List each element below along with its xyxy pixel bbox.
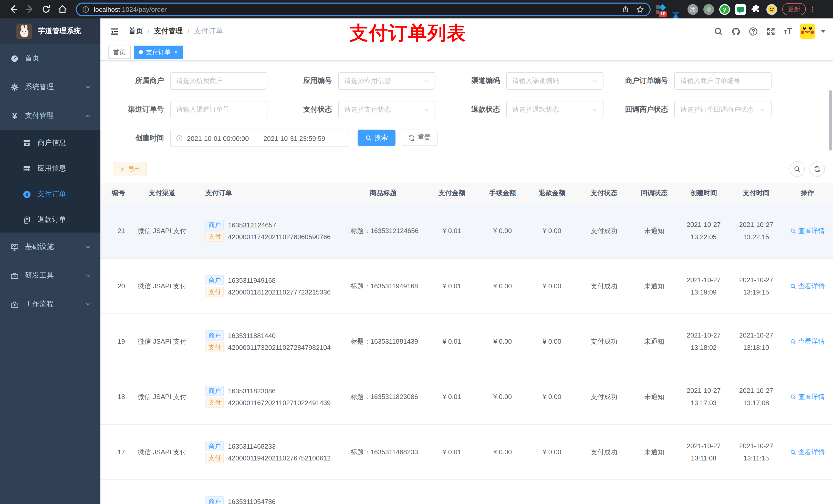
user-avatar[interactable] [800,24,815,39]
create-time-range-picker[interactable]: 2021-10-01 00:00:00 - 2021-10-31 23:59:5… [170,129,349,147]
sidebar-collapse-icon[interactable] [110,26,119,36]
url-bar[interactable]: localhost:1024/pay/order [76,2,651,16]
pay-channel: 微信 JSAPI 支付 [130,392,194,401]
row-actions: 查看详情 [782,337,833,346]
chevron-down-icon [424,107,429,113]
reload-icon[interactable] [41,4,51,14]
channel-pay-no: 4200001167202110271022491439 [228,399,331,406]
recorder-extension-icon[interactable] [704,4,714,15]
view-detail-link[interactable]: 查看详情 [790,337,825,346]
font-size-icon[interactable]: TT [784,27,792,36]
table-row[interactable]: 商户 1635311054786 支付 [100,480,833,504]
app-logo-row[interactable]: 芋道管理系统 [0,19,100,44]
breadcrumb-payment[interactable]: 支付管理 [154,27,183,36]
view-detail-link[interactable]: 查看详情 [790,226,825,235]
sidebar-item-infra[interactable]: 基础设施 [0,233,100,261]
merchant-input[interactable]: 请选择所属商户 [170,72,267,90]
toggle-search-icon[interactable] [789,161,805,177]
merchant-tag: 商户 [206,496,224,504]
sidebar-item-workflow[interactable]: 工作流程 [0,290,100,318]
github-icon[interactable] [731,26,741,36]
search-button[interactable]: 搜索 [358,129,396,146]
pay-time: 2021-10-27 13:22:15 [731,219,782,243]
tab-home[interactable]: 首页 [108,46,130,59]
share-icon[interactable] [621,5,629,13]
fee-amount: ¥ 0.00 [477,393,528,401]
table-row[interactable]: 19 微信 JSAPI 支付 商户 1635311881440 支付 42000… [100,314,833,369]
product-title: 标题：1635311468233 [340,448,426,457]
bookmark-star-icon[interactable] [636,5,644,14]
sidebar-item-home[interactable]: 首页 [0,44,100,73]
view-detail-link[interactable]: 查看详情 [790,282,825,291]
puzzle-extension-icon[interactable] [751,4,761,14]
sidebar-item-pay-order[interactable]: ¥ 支付订单 [0,181,100,207]
refund-status-select[interactable]: 请选择退款状态 [506,101,603,118]
close-icon[interactable]: × [174,49,178,55]
product-title: 标题：1635312124656 [340,226,426,235]
pay-amount: ¥ 0.01 [426,282,477,290]
table-row[interactable]: 17 微信 JSAPI 支付 商户 1635311468233 支付 42000… [100,425,833,480]
export-button[interactable]: 导出 [113,162,146,176]
pay-status-select[interactable]: 请选择支付状态 [338,101,435,118]
pay-tag: 支付 [206,287,224,297]
home-icon[interactable] [57,4,68,14]
kite-extension-icon[interactable] [672,4,682,15]
pay-time: 2021-10-27 13:11:15 [731,440,782,464]
fullscreen-icon[interactable] [766,26,776,36]
table-row[interactable]: 18 微信 JSAPI 支付 商户 1635311823086 支付 42000… [100,369,833,425]
chat-extension-icon[interactable] [735,4,746,15]
browser-menu-icon[interactable]: ⋮ [809,7,814,12]
back-icon[interactable] [8,4,19,14]
sidebar-item-payment[interactable]: ¥ 支付管理 [0,101,100,130]
notify-status-select[interactable]: 请选择订单回调商户状态 [674,101,771,118]
sidebar-item-merchant-info[interactable]: 商户信息 [0,130,100,156]
merchant-order-no-input[interactable]: 请输入商户订单编号 [674,72,771,90]
tab-pay-order[interactable]: 支付订单 × [134,46,183,59]
forward-icon[interactable] [25,4,35,14]
reset-button[interactable]: 重置 [402,129,437,146]
view-detail-link[interactable]: 查看详情 [790,392,825,401]
table-row[interactable]: 21 微信 JSAPI 支付 商户 1635312124657 支付 42000… [100,203,833,259]
page-content: 所属商户 请选择所属商户 应用编号 请选择应用信息 渠道编码 请输入渠道编码 商… [100,61,833,504]
table-header: 编号 支付渠道 支付订单 商品标题 支付金额 手续金额 退款金额 支付状态 回调… [100,183,833,203]
help-icon[interactable] [749,26,759,36]
caret-down-icon[interactable] [821,30,826,33]
view-detail-link[interactable]: 查看详情 [790,448,825,457]
channel-order-no-input[interactable]: 请输入渠道订单号 [170,101,267,118]
chevron-down-icon [85,272,91,279]
pay-time: 2021-10-27 13:19:15 [731,274,782,298]
refresh-icon[interactable] [809,161,825,177]
sidebar-item-app-info[interactable]: 应用信息 [0,156,100,181]
chevron-up-icon [85,113,91,119]
app-select[interactable]: 请选择应用信息 [338,72,435,90]
create-time: 2021-10-27 13:19:09 [677,274,731,298]
breadcrumb-home[interactable]: 首页 [128,27,143,36]
channel-code-select[interactable]: 请输入渠道编码 [506,72,603,90]
pay-time: 2021-10-27 13:18:10 [731,329,782,354]
pay-time: 2021-10-27 13:17:08 [731,385,782,409]
pay-status: 支付成功 [576,226,632,235]
y-extension-icon[interactable]: y [719,4,730,15]
site-info-icon[interactable] [82,5,90,13]
navbar: 首页 / 支付管理 / 支付订单 支付订单列表 TT [100,19,833,44]
tab-manager-extension-icon[interactable]: 10 [656,4,667,15]
pay-order-cell: 商户 1635312124657 支付 42000011742021102780… [194,218,340,243]
order-id: 21 [100,227,130,235]
pay-order-cell: 商户 1635311823086 支付 42000011672021102710… [194,384,340,409]
command-extension-icon[interactable]: ⌘ [688,4,698,15]
refund-amount: ¥ 0.00 [528,393,576,401]
sidebar-item-system[interactable]: 系统管理 [0,73,100,101]
chevron-down-icon [592,78,597,84]
fee-amount: ¥ 0.00 [477,448,528,456]
sidebar-item-refund-order[interactable]: 退款订单 [0,207,100,233]
emoji-extension-icon[interactable] [766,4,777,15]
sidebar-item-dev-tools[interactable]: 研发工具 [0,261,100,290]
product-title: 标题：1635311949168 [340,282,426,291]
page-scrollbar[interactable] [829,90,832,150]
chevron-down-icon [592,107,597,113]
pay-tag: 支付 [206,453,224,463]
breadcrumb-current: 支付订单 [194,27,223,36]
search-icon[interactable] [714,26,723,36]
update-browser-button[interactable]: 更新 [782,3,806,15]
table-row[interactable]: 20 微信 JSAPI 支付 商户 1635311949168 支付 42000… [100,259,833,314]
